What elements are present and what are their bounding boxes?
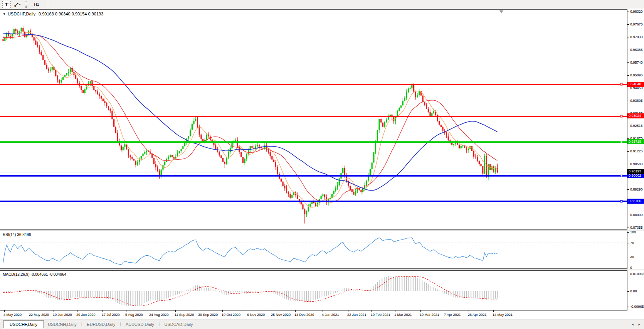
macd-tick-label: 0.010933 <box>630 272 644 276</box>
chart-shift-marker[interactable] <box>499 10 503 13</box>
price-tick-mark <box>627 50 629 50</box>
tab-scroll-right-icon[interactable]: ► <box>638 323 641 326</box>
date-tick-label: 19 Oct 2020 <box>222 313 240 317</box>
price-tick-label: 0.96385 <box>630 48 643 52</box>
rsi-tick-mark <box>627 268 629 268</box>
level-handle <box>620 115 622 117</box>
tab-usdcnh-daily[interactable]: USDCNH,Daily <box>44 321 81 328</box>
date-tick-mark <box>348 310 348 312</box>
level-handle <box>620 201 622 202</box>
date-tick-mark <box>4 310 5 312</box>
tab-eurusd-daily[interactable]: EURUSD,Daily <box>83 321 119 328</box>
macd-signal-line <box>3 276 498 306</box>
price-axis-rsi[interactable]: 10070300 <box>627 231 644 269</box>
date-tick-label: 30 Sep 2020 <box>198 313 218 317</box>
price-tick-mark <box>627 151 629 152</box>
cursor-arrows-icon: ⤢ <box>14 2 18 8</box>
chart-tab-bar: USDCHF,DailyUSDCNH,Daily|EURUSD,Daily|AU… <box>0 319 644 329</box>
price-tick-label: 0.90580 <box>630 162 643 166</box>
main-chart-panel[interactable]: ▼USDCHF,Daily0.90163 0.90340 0.90154 0.9… <box>0 9 627 229</box>
macd-plot[interactable] <box>0 271 627 310</box>
toolbar-grip <box>25 2 27 8</box>
price-tick-label: 0.91225 <box>630 149 643 153</box>
date-tick-mark <box>103 310 103 312</box>
tab-scroll-left-icon[interactable]: ◄ <box>631 323 634 326</box>
rsi-label: RSI(14) 36.8496 <box>3 233 31 237</box>
price-tick-label: 0.89290 <box>630 187 643 191</box>
macd-panel[interactable]: MACD(12,26,9) -0.004661 -0.004964 <box>0 270 627 310</box>
date-tick-label: 19 Mar 2021 <box>420 313 439 317</box>
ohlc-quote-text: 0.90163 0.90340 0.90154 0.90193 <box>39 12 103 16</box>
time-axis[interactable]: 4 May 202022 May 202010 Jun 202029 Jun 2… <box>0 310 644 319</box>
toolbar-separator <box>48 1 48 8</box>
date-tick-mark <box>395 310 395 312</box>
price-tick-mark <box>627 228 629 228</box>
rsi-tick-mark <box>627 257 629 257</box>
date-tick-mark <box>272 310 272 312</box>
tab-separator: | <box>119 322 122 326</box>
level-handle <box>620 175 622 177</box>
date-tick-mark <box>469 310 469 312</box>
macd-tick-mark <box>627 291 629 292</box>
rsi-plot[interactable] <box>0 231 627 268</box>
level-handle <box>620 141 622 143</box>
price-tick-mark <box>627 189 629 190</box>
price-axis-main[interactable]: 0.983200.976750.970300.963850.957400.950… <box>627 9 644 229</box>
date-tick-mark <box>295 310 296 312</box>
level-price-label: 0.88706 <box>627 199 644 204</box>
macd-label: MACD(12,26,9) -0.004661 -0.004964 <box>3 272 66 277</box>
tab-audusd-daily[interactable]: AUDUSD,Daily <box>122 321 158 328</box>
price-tick-label: 0.87355 <box>630 226 643 229</box>
price-tick-mark <box>627 37 629 37</box>
date-tick-label: 10 Jun 2020 <box>53 313 72 317</box>
text-tool-button[interactable]: T <box>2 1 11 8</box>
price-tick-mark <box>627 24 629 25</box>
price-axis-macd[interactable]: 0.0109330.00-0.009653 <box>627 270 644 310</box>
date-tick-mark <box>323 310 323 312</box>
symbol-period-label: USDCHF,Daily <box>8 12 35 16</box>
price-tick-mark <box>627 75 629 76</box>
price-tick-label: 0.92515 <box>630 124 643 128</box>
rsi-tick-mark <box>627 232 629 233</box>
rsi-line <box>3 238 498 265</box>
date-tick-label: 29 Jun 2020 <box>76 313 96 317</box>
price-tick-label: 0.93805 <box>630 99 643 103</box>
ma-20-line <box>3 35 498 202</box>
level-price-label: 0.91718 <box>627 139 644 144</box>
macd-tick-mark <box>627 274 629 274</box>
price-tick-label: 0.98320 <box>630 10 643 13</box>
date-tick-mark <box>199 310 199 312</box>
price-tick-mark <box>627 88 629 88</box>
date-tick-mark <box>54 310 54 312</box>
date-tick-mark <box>77 310 77 312</box>
price-tick-mark <box>627 215 629 215</box>
tab-scrollbar: ◄ ► <box>631 319 641 329</box>
date-tick-label: 14 May 2021 <box>493 313 513 317</box>
date-tick-mark <box>248 310 248 312</box>
symbol-dropdown-icon[interactable]: ▼ <box>3 12 6 16</box>
candles-group <box>2 25 498 223</box>
price-tick-mark <box>627 126 629 126</box>
tab-usdchf-daily[interactable]: USDCHF,Daily <box>3 321 44 328</box>
current-price-label: 0.90193 <box>627 169 644 174</box>
cursor-tool-button[interactable]: ⤢ ▾ <box>13 1 22 8</box>
rsi-tick-label: 30 <box>630 255 634 259</box>
date-tick-label: 22 Jan 2021 <box>347 313 367 317</box>
date-tick-label: 6 Nov 2020 <box>247 313 265 317</box>
price-tick-label: 0.88000 <box>630 213 643 217</box>
date-tick-mark <box>150 310 150 312</box>
tab-separator: | <box>81 322 83 326</box>
main-chart-plot[interactable] <box>0 10 627 229</box>
date-tick-label: 17 Jul 2020 <box>102 313 120 317</box>
tab-usdcad-daily[interactable]: USDCAD,Daily <box>160 321 197 328</box>
chart-window: ▼USDCHF,Daily0.90163 0.90340 0.90154 0.9… <box>0 9 644 329</box>
rsi-tick-label: 70 <box>630 241 634 245</box>
tab-separator: | <box>158 322 161 326</box>
macd-tick-mark <box>627 307 629 307</box>
tf-button-h1[interactable]: H1 <box>30 1 45 8</box>
rsi-tick-mark <box>627 243 629 243</box>
date-tick-label: 11 Sep 2020 <box>175 313 194 317</box>
price-tick-mark <box>627 12 629 12</box>
date-tick-mark <box>222 310 223 312</box>
rsi-panel[interactable]: RSI(14) 36.8496 <box>0 231 627 269</box>
